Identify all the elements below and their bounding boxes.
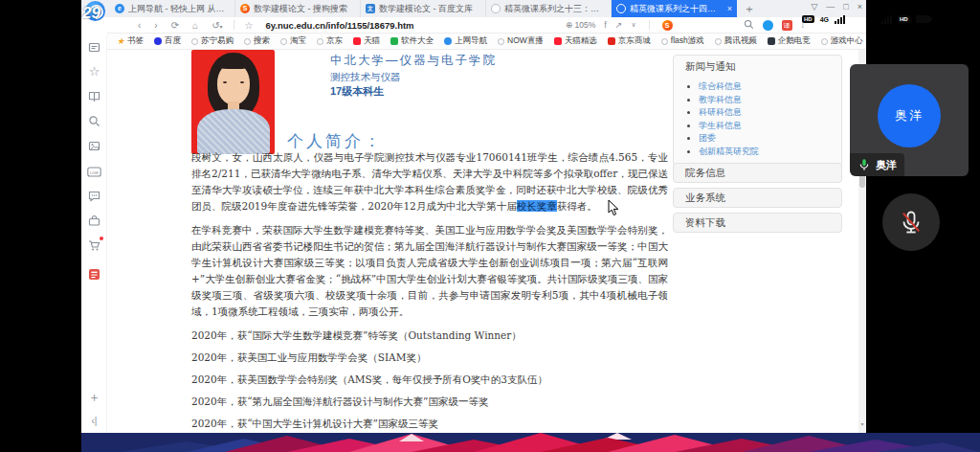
sogou-favicon: S bbox=[240, 4, 250, 13]
browser-side-toolbar: ☆ LIVE ＋ ‹| bbox=[81, 34, 107, 433]
award-item: 2020年，获“第九届全国海洋航行器设计与制作大赛”国家级一等奖 bbox=[191, 394, 668, 410]
photo-shoulders bbox=[197, 109, 270, 154]
tab-lecture-13[interactable]: 精英微课系列之十三：马天成--保研 bbox=[486, 0, 612, 17]
tab-sogou-search[interactable]: S 数学建模论文 - 搜狗搜索 bbox=[235, 0, 361, 17]
tab-nav-homepage[interactable]: e 上网导航 - 轻快上网 从这里开始 bbox=[110, 0, 235, 17]
bookmark-jd-mall[interactable]: 京东商城 bbox=[608, 35, 651, 47]
translate-extension-icon[interactable]: 译 bbox=[782, 20, 792, 31]
bookmark-flash-games[interactable]: flash游戏 bbox=[661, 35, 704, 47]
wenku-favicon: 文 bbox=[366, 4, 375, 13]
participant-name: 奥洋 bbox=[876, 158, 897, 172]
svg-text:LIVE: LIVE bbox=[90, 170, 99, 175]
search-icon[interactable] bbox=[744, 19, 754, 32]
reading-mode-icon[interactable] bbox=[81, 89, 107, 106]
refresh-icon[interactable]: ⟳ bbox=[171, 20, 179, 31]
tab-lecture-14-active[interactable]: 精英微课系列之十四：段树文--最 × bbox=[612, 0, 737, 17]
penguin-favicon bbox=[768, 37, 775, 45]
sidebar-collapse-button[interactable]: ‹| bbox=[81, 416, 107, 426]
red-app-icon[interactable] bbox=[81, 267, 107, 284]
bookmark-baidu[interactable]: 百度 bbox=[154, 35, 181, 47]
bookmark-tencent-video[interactable]: 腾讯视频 bbox=[715, 35, 757, 47]
bookmark-tmall-select[interactable]: 天猫精选 bbox=[554, 35, 597, 47]
award-list: 2020年，获“国际大学生数学建模竞赛”特等奖（Outstanding Winn… bbox=[191, 328, 668, 433]
news-link[interactable]: 综合科信息 bbox=[699, 80, 841, 94]
sidebar-add-button[interactable]: ＋ bbox=[81, 389, 107, 406]
globe-favicon bbox=[821, 38, 828, 45]
picture-icon[interactable] bbox=[81, 139, 107, 156]
back-icon[interactable]: ‹ bbox=[138, 20, 141, 31]
font-tool-icon[interactable]: f bbox=[604, 20, 607, 30]
extension-blue-icon[interactable] bbox=[763, 20, 773, 31]
tab-baidu-wenku[interactable]: 文 数学建模论文 - 百度文库 bbox=[361, 0, 486, 17]
section-yuanwu[interactable]: 院务信息 bbox=[673, 163, 842, 183]
bookmark-taobao[interactable]: 淘宝 bbox=[280, 35, 306, 47]
paragraph-2: 在学科竞赛中，荣获国际大学生数学建模竞赛特等奖、美国工业与应用数学学会奖及美国数… bbox=[191, 222, 668, 320]
tab-title: 精英微课系列之十三：马天成--保研 bbox=[504, 3, 606, 15]
new-tab-button[interactable]: ＋ bbox=[742, 1, 757, 17]
section-yewu[interactable]: 业务系统 bbox=[673, 188, 842, 208]
award-item: 2020年，获美国工业与应用数学学会奖（SIAM奖） bbox=[191, 350, 668, 366]
signal-bars-icon bbox=[835, 15, 845, 24]
messages-icon[interactable] bbox=[81, 189, 107, 206]
tab-bar: e 上网导航 - 轻快上网 从这里开始 S 数学建模论文 - 搜狗搜索 文 数学… bbox=[81, 0, 866, 17]
url-field[interactable]: 6y.nuc.edu.cn/info/1155/18679.htm bbox=[266, 20, 414, 31]
news-link-label: 综合科信息 bbox=[699, 81, 742, 91]
search-icon[interactable] bbox=[81, 114, 107, 131]
news-link[interactable]: 教学科信息 bbox=[699, 94, 841, 107]
award-item: 2020年，获美国数学学会特别奖（AMS奖，每年仅授予所有O奖中的3支队伍） bbox=[191, 372, 668, 388]
news-link[interactable]: 团委 bbox=[699, 132, 841, 146]
tab-title: 数学建模论文 - 搜狗搜索 bbox=[254, 3, 355, 15]
news-link[interactable]: 创新精英研究院 bbox=[699, 146, 841, 159]
nav-favicon bbox=[444, 37, 452, 45]
forward-icon[interactable]: › bbox=[154, 20, 157, 31]
microphone-mute-button[interactable] bbox=[882, 193, 940, 251]
news-link-list: 综合科信息 教学科信息 科研科信息 学生科信息 团委 创新精英研究院 bbox=[674, 80, 841, 158]
wallpaper-footer-band bbox=[81, 433, 980, 452]
generic-favicon bbox=[491, 4, 501, 13]
phone-screen: e 上网导航 - 轻快上网 从这里开始 S 数学建模论文 - 搜狗搜索 文 数学… bbox=[0, 0, 980, 452]
favorites-star-icon[interactable]: ☆ bbox=[81, 64, 107, 79]
section-ziliao[interactable]: 资料下载 bbox=[673, 213, 842, 233]
bookmark-suning[interactable]: 苏宁易购 bbox=[191, 35, 234, 47]
participant-label: 奥洋 bbox=[850, 153, 904, 176]
meeting-floating-window[interactable]: 奥洋 奥洋 bbox=[850, 64, 969, 176]
browser-window: e 上网导航 - 轻快上网 从这里开始 S 数学建模论文 - 搜狗搜索 文 数学… bbox=[81, 0, 866, 433]
bookmark-nav[interactable]: 上网导航 bbox=[444, 35, 487, 47]
sogou-extension-icon[interactable]: S bbox=[662, 20, 673, 31]
student-photo bbox=[191, 50, 275, 154]
bookmark-jd[interactable]: 京东 bbox=[317, 35, 343, 47]
bookmark-search[interactable]: 搜索 bbox=[244, 35, 270, 47]
briefcase-icon[interactable] bbox=[81, 214, 107, 231]
share-icon[interactable]: ↗ bbox=[615, 20, 623, 30]
page-zoom-control[interactable]: ⊕ 105% bbox=[566, 20, 595, 30]
bookmark-tmall[interactable]: 天猫 bbox=[353, 35, 380, 47]
cart-icon[interactable] bbox=[81, 238, 107, 256]
bookmark-penguin-esports[interactable]: 企鹅电竞 bbox=[768, 35, 811, 47]
news-link[interactable]: 学生科信息 bbox=[699, 120, 841, 133]
bookmark-star-icon[interactable]: ☆ bbox=[245, 20, 254, 31]
bookmarks-menu[interactable]: ★书签 bbox=[117, 35, 144, 47]
collections-icon[interactable] bbox=[81, 40, 107, 57]
undo-close-icon[interactable]: ↺▾ bbox=[212, 20, 222, 31]
bookmark-game-center[interactable]: 游戏中心 bbox=[821, 35, 863, 47]
tab-close-icon[interactable]: × bbox=[727, 4, 732, 13]
live-icon[interactable]: LIVE bbox=[81, 164, 107, 181]
major-name: 测控技术与仪器 bbox=[330, 71, 401, 84]
news-card: 新闻与通知 综合科信息 教学科信息 科研科信息 学生科信息 团委 创新精英研究院 bbox=[673, 55, 842, 167]
paragraph-1: 段树文，女，山西太原人，仪器与电子学院测控技术与仪器专业17060141班学生，… bbox=[191, 149, 668, 215]
news-link-label: 学生科信息 bbox=[699, 121, 742, 130]
photo-fringe bbox=[215, 56, 252, 69]
bookmark-now-live[interactable]: NOW直播 bbox=[498, 35, 544, 47]
news-link-label: 创新精英研究院 bbox=[699, 147, 759, 156]
globe-favicon bbox=[715, 38, 722, 45]
tmall-favicon bbox=[353, 37, 361, 45]
bookmark-software[interactable]: 软件大全 bbox=[390, 35, 434, 47]
news-link-label: 团委 bbox=[699, 133, 716, 143]
scrollbar-down-arrow[interactable]: ▾ bbox=[858, 420, 866, 427]
globe-favicon bbox=[244, 38, 251, 45]
news-link[interactable]: 科研科信息 bbox=[699, 106, 841, 120]
home-icon[interactable]: ⌂ bbox=[192, 20, 198, 31]
photo-eye bbox=[240, 81, 244, 83]
chevron-down-icon[interactable]: ∨ bbox=[631, 21, 635, 29]
news-link-label: 教学科信息 bbox=[699, 95, 742, 104]
